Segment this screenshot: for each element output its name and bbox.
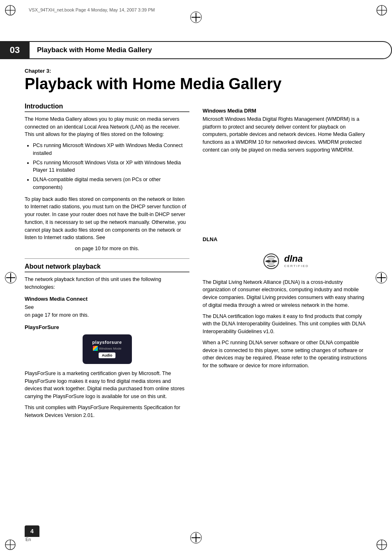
dlna-p3: When a PC running DLNA server software o… — [203, 339, 367, 370]
pfs-audio-tab: Audio — [99, 352, 116, 358]
col-right: Windows Media DRM Microsoft Windows Medi… — [203, 103, 367, 423]
wmc-ref-text: See on page 17 for more on this. — [25, 304, 189, 319]
bottom-center-reg — [190, 532, 202, 543]
reg-mark-bl — [4, 539, 16, 551]
about-network-p1: The network playback function of this un… — [25, 276, 189, 291]
pfs-p2: This unit complies with PlaysForSure Req… — [25, 404, 189, 419]
pfs-badge: playsforsure Windows Mode Audio — [83, 334, 132, 364]
dlna-label: DLNA — [203, 236, 367, 242]
intro-p1: The Home Media Gallery allows you to pla… — [25, 115, 189, 138]
section-divider-network — [25, 258, 189, 259]
dlna-main-text: dlna — [284, 254, 302, 263]
intro-p2-ref: on page 10 for more on this. — [25, 245, 189, 253]
dlna-logo: dlna CERTIFIED — [256, 249, 314, 274]
dlna-section: DLNA — [203, 236, 367, 370]
pfs-badge-sub: Windows Mode — [93, 346, 122, 351]
intro-p2: To play back audio files stored on compo… — [25, 196, 189, 242]
list-item: PCs running Microsoft Windows Vista or X… — [33, 159, 189, 175]
two-column-layout: Introduction The Home Media Gallery allo… — [25, 103, 367, 423]
reg-mark-tl — [4, 4, 16, 16]
chapter-main-title: Playback with Home Media Gallery — [25, 76, 367, 93]
content-area: Chapter 3: Playback with Home Media Gall… — [0, 68, 392, 447]
dlna-p1: The Digital Living Network Alliance (DLN… — [203, 279, 367, 309]
top-center-reg — [190, 12, 202, 23]
dlna-text-area: dlna CERTIFIED — [284, 254, 309, 268]
chapter-number: 03 — [0, 41, 30, 59]
list-item: PCs running Microsoft Windows XP with Wi… — [33, 142, 189, 157]
reg-mark-tr — [376, 4, 388, 16]
reg-mark-br — [376, 539, 388, 551]
file-info-text: VSX_94TXH_net.book Page 4 Monday, May 14… — [29, 7, 155, 12]
dlna-certified-text: CERTIFIED — [284, 264, 309, 268]
dlna-icon — [261, 253, 281, 269]
wmc-title: Windows Media Connect — [25, 296, 189, 302]
chapter-header-title: Playback with Home Media Gallery — [30, 41, 392, 59]
file-info-bar: VSX_94TXH_net.book Page 4 Monday, May 14… — [29, 7, 155, 12]
intro-title: Introduction — [25, 103, 189, 112]
dlna-p2: The DLNA certification logo makes it eas… — [203, 313, 367, 336]
dlna-logo-area: dlna CERTIFIED — [203, 249, 367, 274]
chapter-header: 03 Playback with Home Media Gallery — [0, 41, 392, 59]
page-footer: 4 En — [25, 525, 39, 542]
page-number: 4 — [25, 525, 39, 537]
list-item: DLNA-compatible digital media servers (o… — [33, 176, 189, 191]
chapter-label: Chapter 3: — [25, 68, 367, 74]
pfs-badge-text: playsforsure — [92, 340, 122, 345]
about-network-title: About network playback — [25, 263, 189, 272]
intro-bullets-list: PCs running Microsoft Windows XP with Wi… — [33, 142, 189, 191]
pfs-logo-area: playsforsure Windows Mode Audio — [25, 334, 189, 364]
wmdrm-title: Windows Media DRM — [203, 108, 367, 114]
col-left: Introduction The Home Media Gallery allo… — [25, 103, 189, 423]
page-wrapper: VSX_94TXH_net.book Page 4 Monday, May 14… — [0, 0, 392, 555]
wmdrm-p1: Microsoft Windows Media Digital Rights M… — [203, 115, 367, 154]
pfs-p1: PlaysForSure is a marketing certificatio… — [25, 370, 189, 401]
windows-logo-icon — [93, 346, 98, 351]
page-lang: En — [25, 537, 31, 542]
pfs-title: PlaysForSure — [25, 324, 189, 330]
